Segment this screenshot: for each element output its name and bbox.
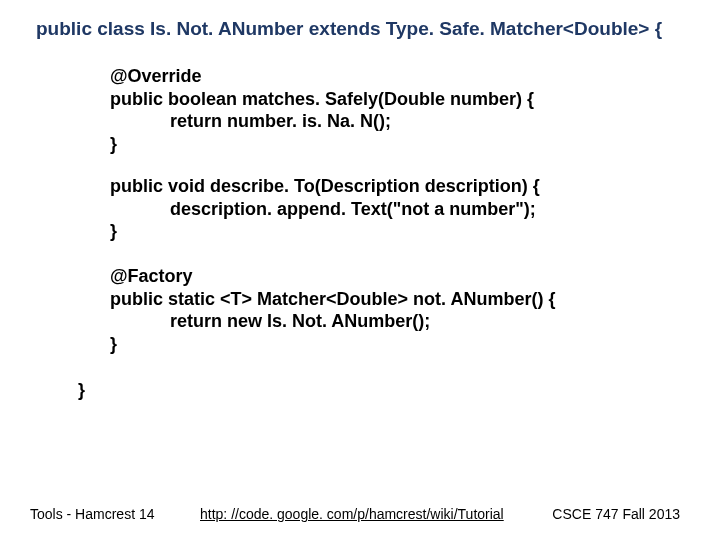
footer-right: CSCE 747 Fall 2013 [552, 506, 680, 522]
footer-center-link[interactable]: http: //code. google. com/p/hamcrest/wik… [200, 506, 504, 522]
code-line: @Factory [110, 266, 193, 286]
code-line: public void describe. To(Description des… [110, 176, 540, 196]
code-line: return new Is. Not. ANumber(); [170, 311, 430, 331]
code-line: } [110, 221, 117, 241]
code-line: } [110, 134, 117, 154]
code-block-factory: @Factory public static <T> Matcher<Doubl… [110, 265, 555, 355]
class-declaration: public class Is. Not. ANumber extends Ty… [36, 18, 662, 40]
code-line: description. append. Text("not a number"… [170, 199, 536, 219]
code-line: public static <T> Matcher<Double> not. A… [110, 289, 555, 309]
code-line: public boolean matches. Safely(Double nu… [110, 89, 534, 109]
tutorial-link[interactable]: http: //code. google. com/p/hamcrest/wik… [200, 506, 504, 522]
slide: public class Is. Not. ANumber extends Ty… [0, 0, 720, 540]
code-block-describe-to: public void describe. To(Description des… [110, 175, 540, 243]
footer-left: Tools - Hamcrest 14 [30, 506, 154, 522]
closing-brace: } [78, 380, 85, 401]
code-line: @Override [110, 66, 202, 86]
code-block-matches-safely: @Override public boolean matches. Safely… [110, 65, 534, 155]
code-line: return number. is. Na. N(); [170, 111, 391, 131]
code-line: } [110, 334, 117, 354]
